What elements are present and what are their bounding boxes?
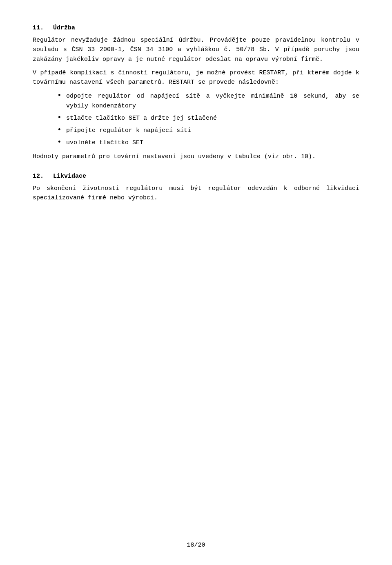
section-11: 11. Údržba Regulátor nevyžaduje žádnou s… — [33, 25, 359, 161]
section-12-number: 12. — [33, 173, 53, 180]
page: 11. Údržba Regulátor nevyžaduje žádnou s… — [0, 0, 392, 565]
bullet-dot-1: • — [57, 92, 66, 99]
page-footer: 18/20 — [0, 542, 392, 549]
restart-step-3: • připojte regulátor k napájecí síti — [57, 125, 359, 135]
restart-step-1: • odpojte regulátor od napájecí sítě a v… — [57, 91, 359, 111]
restart-step-4-text: uvolněte tlačítko SET — [66, 138, 359, 147]
page-number: 18/20 — [187, 542, 205, 549]
section-12-header: 12. Likvidace — [33, 173, 359, 180]
section-12-paragraph-1: Po skončení životnosti regulátoru musí b… — [33, 184, 359, 203]
section-11-paragraph-2: V případě komplikací s činností reguláto… — [33, 68, 359, 87]
bullet-dot-2: • — [57, 114, 66, 121]
restart-step-2-text: stlačte tlačítko SET a držte jej stlačen… — [66, 114, 359, 123]
section-11-header: 11. Údržba — [33, 25, 359, 31]
restart-step-4: • uvolněte tlačítko SET — [57, 138, 359, 147]
bullet-dot-4: • — [57, 138, 66, 146]
section-11-number: 11. — [33, 25, 53, 31]
section-11-title: Údržba — [53, 25, 75, 31]
section-12: 12. Likvidace Po skončení životnosti reg… — [33, 173, 359, 203]
restart-step-3-text: připojte regulátor k napájecí síti — [66, 126, 359, 135]
restart-steps-list: • odpojte regulátor od napájecí sítě a v… — [57, 91, 359, 147]
bullet-dot-3: • — [57, 126, 66, 134]
section-12-title: Likvidace — [53, 173, 86, 180]
section-11-paragraph-1: Regulátor nevyžaduje žádnou speciální úd… — [33, 36, 359, 64]
restart-step-1-text: odpojte regulátor od napájecí sítě a vyč… — [66, 92, 359, 111]
restart-step-2: • stlačte tlačítko SET a držte jej stlač… — [57, 113, 359, 123]
section-11-after-bullets: Hodnoty parametrů pro tovární nastavení … — [33, 152, 359, 161]
